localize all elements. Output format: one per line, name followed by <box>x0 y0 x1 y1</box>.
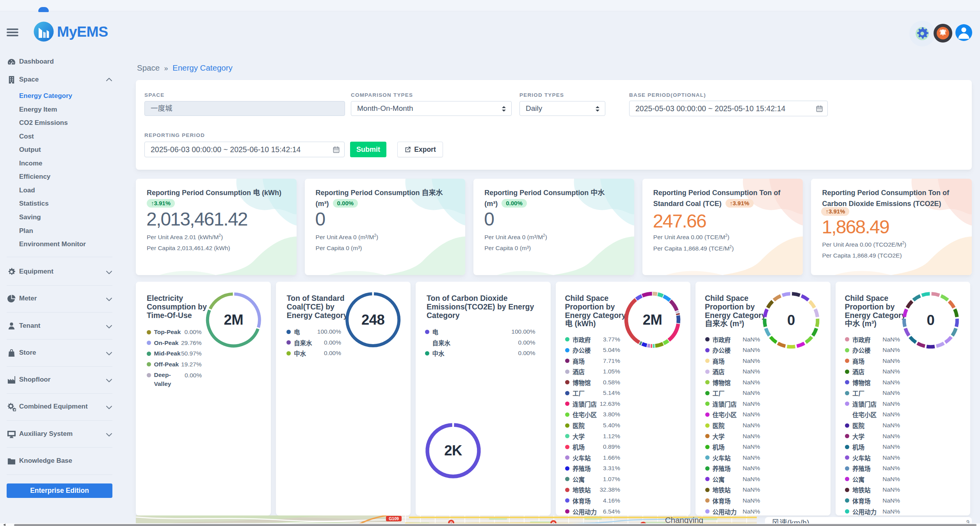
svg-text:G109: G109 <box>389 516 399 521</box>
